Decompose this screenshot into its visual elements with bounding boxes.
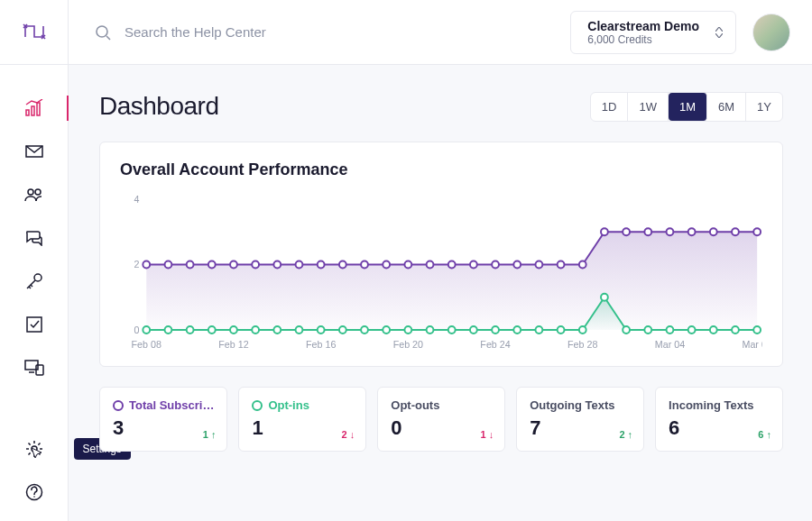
svg-point-65 xyxy=(513,326,521,334)
series-ring-icon xyxy=(252,400,263,411)
account-chevron-icon xyxy=(715,27,723,38)
range-option-1Y[interactable]: 1Y xyxy=(746,93,782,121)
svg-point-48 xyxy=(143,326,150,334)
svg-point-75 xyxy=(732,326,739,334)
metric-value: 6 xyxy=(669,416,770,440)
metric-card-3[interactable]: Outgoing Texts72 ↑ xyxy=(516,387,644,452)
svg-point-7 xyxy=(35,189,41,195)
metric-label: Opt-outs xyxy=(391,398,492,412)
metric-value: 7 xyxy=(530,416,631,440)
range-option-1W[interactable]: 1W xyxy=(628,93,669,121)
svg-point-20 xyxy=(165,261,172,269)
sidebar-item-polls[interactable] xyxy=(14,305,54,344)
range-option-6M[interactable]: 6M xyxy=(707,93,746,121)
sidebar-item-dashboard[interactable] xyxy=(14,88,54,128)
devices-icon xyxy=(24,360,44,376)
svg-point-59 xyxy=(383,326,390,334)
svg-point-24 xyxy=(252,261,259,269)
svg-point-35 xyxy=(492,261,499,269)
key-icon xyxy=(25,272,43,290)
svg-point-27 xyxy=(318,261,325,269)
svg-point-62 xyxy=(448,326,456,334)
svg-point-51 xyxy=(208,326,216,334)
avatar[interactable] xyxy=(752,14,790,51)
sidebar-item-people[interactable] xyxy=(14,175,54,215)
metric-value: 1 xyxy=(252,416,353,440)
svg-point-40 xyxy=(601,228,608,235)
svg-text:Mar 04: Mar 04 xyxy=(655,339,685,350)
metrics-row: Total Subscri…31 ↑Opt-ins12 ↓Opt-outs01 … xyxy=(99,387,783,452)
svg-line-1 xyxy=(106,36,110,40)
range-option-1M[interactable]: 1M xyxy=(669,93,707,121)
topbar: Clearstream Demo 6,000 Credits xyxy=(0,0,812,65)
metric-label: Outgoing Texts xyxy=(530,398,631,412)
sidebar-item-threads[interactable] xyxy=(14,218,54,258)
metric-delta: 1 ↑ xyxy=(203,429,217,440)
svg-point-34 xyxy=(470,261,477,269)
svg-point-32 xyxy=(427,261,434,269)
metric-card-2[interactable]: Opt-outs01 ↓ xyxy=(377,387,505,452)
metric-card-0[interactable]: Total Subscri…31 ↑ xyxy=(99,387,227,452)
svg-point-46 xyxy=(732,228,739,235)
svg-text:Feb 16: Feb 16 xyxy=(306,339,336,350)
svg-point-49 xyxy=(165,326,172,334)
svg-point-57 xyxy=(339,326,346,334)
svg-point-50 xyxy=(187,326,194,334)
chart-icon xyxy=(24,99,44,117)
svg-point-71 xyxy=(644,326,651,334)
search-icon xyxy=(94,23,112,41)
sidebar-item-settings[interactable]: Settings xyxy=(14,429,54,469)
sidebar-item-messages[interactable] xyxy=(14,132,54,171)
svg-point-70 xyxy=(623,326,630,334)
sidebar-item-help[interactable] xyxy=(14,472,54,512)
sidebar-item-devices[interactable] xyxy=(14,348,54,388)
search-area xyxy=(69,23,570,41)
series-ring-icon xyxy=(113,400,124,411)
sidebar-item-keywords[interactable] xyxy=(14,261,54,301)
mail-icon xyxy=(25,145,43,158)
svg-point-33 xyxy=(448,261,456,269)
svg-text:Feb 08: Feb 08 xyxy=(132,339,161,350)
chat-icon xyxy=(25,230,43,246)
svg-point-0 xyxy=(97,26,107,37)
metric-card-1[interactable]: Opt-ins12 ↓ xyxy=(238,387,366,452)
help-icon xyxy=(25,483,43,501)
svg-text:4: 4 xyxy=(134,194,139,205)
svg-point-66 xyxy=(536,326,543,334)
svg-point-31 xyxy=(404,261,411,269)
account-credits: 6,000 Credits xyxy=(587,33,699,46)
svg-text:0: 0 xyxy=(134,324,139,335)
svg-text:Feb 12: Feb 12 xyxy=(218,339,248,350)
range-option-1D[interactable]: 1D xyxy=(591,93,629,121)
checkbox-icon xyxy=(26,316,42,333)
svg-point-43 xyxy=(667,228,674,235)
page-title: Dashboard xyxy=(99,92,218,121)
performance-chart: 024Feb 08Feb 12Feb 16Feb 20Feb 24Feb 28M… xyxy=(120,190,762,357)
metric-label: Opt-ins xyxy=(252,398,353,412)
main-content: Dashboard 1D1W1M6M1Y Overall Account Per… xyxy=(69,65,812,521)
svg-point-58 xyxy=(361,326,368,334)
svg-point-54 xyxy=(273,326,281,334)
svg-point-56 xyxy=(318,326,325,334)
svg-point-21 xyxy=(187,261,194,269)
svg-rect-9 xyxy=(27,317,42,332)
svg-point-55 xyxy=(296,326,303,334)
svg-point-19 xyxy=(143,261,150,269)
svg-point-67 xyxy=(558,326,565,334)
search-input[interactable] xyxy=(125,24,395,40)
svg-point-37 xyxy=(536,261,543,269)
account-selector[interactable]: Clearstream Demo 6,000 Credits xyxy=(570,11,736,54)
svg-point-36 xyxy=(513,261,521,269)
svg-point-47 xyxy=(753,228,761,235)
svg-point-15 xyxy=(33,496,35,498)
metric-card-4[interactable]: Incoming Texts66 ↑ xyxy=(655,387,783,452)
metric-delta: 6 ↑ xyxy=(758,429,771,440)
app-logo[interactable] xyxy=(0,0,69,65)
svg-point-22 xyxy=(208,261,216,269)
svg-point-23 xyxy=(230,261,237,269)
svg-point-53 xyxy=(252,326,259,334)
svg-text:Mar 08: Mar 08 xyxy=(742,339,762,350)
svg-point-8 xyxy=(34,274,42,281)
metric-label: Total Subscri… xyxy=(113,398,214,412)
svg-rect-2 xyxy=(26,110,29,115)
